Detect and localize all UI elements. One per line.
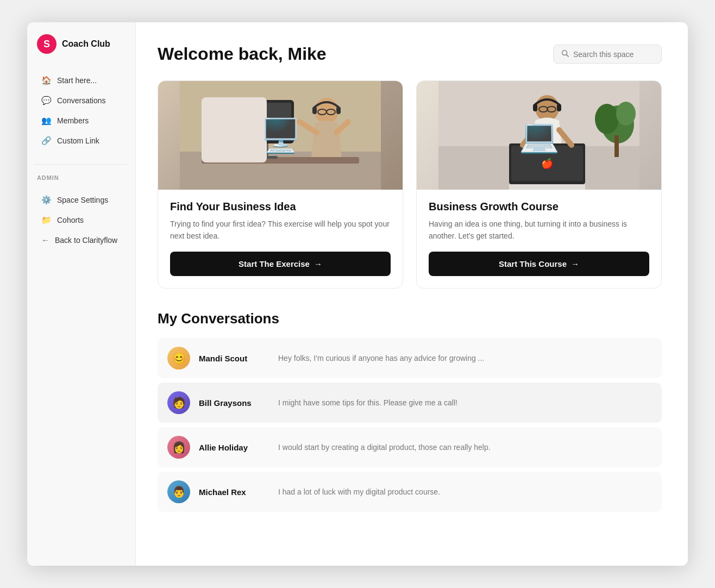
sidebar-divider (35, 164, 128, 165)
back-icon: ← (41, 235, 49, 245)
sidebar-item-label: Start here... (57, 76, 97, 85)
svg-rect-18 (212, 148, 225, 158)
svg-text:🍎: 🍎 (541, 158, 554, 170)
sidebar-item-back[interactable]: ← Back to Clarityflow (32, 230, 131, 249)
conv-preview-allie: I would start by creating a digital prod… (278, 443, 491, 452)
sidebar-item-label: Cohorts (57, 216, 84, 224)
conversations-title: My Conversations (158, 310, 662, 327)
admin-label: ADMIN (27, 174, 135, 181)
start-course-button[interactable]: Start This Course → (429, 252, 649, 276)
sidebar-item-space-settings[interactable]: ⚙️ Space Settings (32, 190, 131, 210)
members-icon: 👥 (41, 116, 52, 126)
conversations-section: My Conversations 😊 Mandi Scout Hey folks… (158, 310, 662, 516)
card-desc-1: Trying to find your first idea? This exe… (170, 218, 391, 242)
conv-name-michael: Michael Rex (199, 487, 269, 497)
conv-item-michael[interactable]: 👨 Michael Rex I had a lot of luck with m… (158, 472, 662, 512)
card-image-2: 🍎 (417, 81, 661, 190)
avatar-michael: 👨 (167, 480, 190, 503)
svg-line-34 (523, 130, 535, 145)
cohorts-icon: 📁 (41, 215, 52, 225)
svg-rect-4 (202, 157, 359, 164)
svg-rect-26 (533, 104, 537, 111)
card-body-2: Business Growth Course Having an idea is… (417, 190, 661, 288)
avatar-bill: 🧑 (167, 391, 190, 414)
conv-item-mandi[interactable]: 😊 Mandi Scout Hey folks, I'm curious if … (158, 338, 662, 378)
svg-rect-24 (614, 135, 619, 157)
main-content: Welcome back, Mike (136, 22, 688, 566)
link-icon: 🔗 (41, 136, 52, 146)
svg-point-23 (616, 102, 636, 126)
avatar-mandi: 😊 (167, 347, 190, 370)
sidebar-item-start-here[interactable]: 🏠 Start here... (32, 71, 131, 90)
sidebar-admin-nav: ⚙️ Space Settings 📁 Cohorts ← Back to Cl… (27, 184, 135, 255)
sidebar-item-label: Conversations (57, 96, 106, 105)
card-image-1: 🍎 (158, 81, 403, 190)
conv-name-allie: Allie Holiday (199, 443, 269, 452)
sidebar-item-conversations[interactable]: 💬 Conversations (32, 91, 131, 110)
conv-preview-michael: I had a lot of luck with my digital prod… (278, 487, 440, 496)
sidebar-item-custom-link[interactable]: 🔗 Custom Link (32, 131, 131, 151)
card-body-1: Find Your Business Idea Trying to find y… (158, 190, 403, 288)
svg-rect-5 (264, 124, 268, 158)
conversations-icon: 💬 (41, 96, 52, 105)
sidebar-nav: 🏠 Start here... 💬 Conversations 👥 Member… (27, 65, 135, 157)
card-find-business-idea: 🍎 (158, 80, 403, 289)
conv-name-mandi: Mandi Scout (199, 354, 269, 363)
sidebar-logo[interactable]: S Coach Club (27, 22, 135, 65)
app-name: Coach Club (62, 39, 110, 49)
sidebar: S Coach Club 🏠 Start here... 💬 Conversat… (27, 22, 136, 566)
sidebar-item-label: Custom Link (57, 136, 99, 145)
search-icon (561, 49, 569, 59)
main-header: Welcome back, Mike (158, 44, 662, 64)
welcome-title: Welcome back, Mike (158, 44, 327, 64)
sidebar-item-label: Members (57, 116, 89, 125)
sidebar-item-label: Back to Clarityflow (55, 236, 117, 245)
conv-item-allie[interactable]: 👩 Allie Holiday I would start by creatin… (158, 427, 662, 467)
svg-rect-11 (312, 107, 317, 114)
svg-rect-12 (336, 107, 341, 114)
svg-rect-8 (237, 103, 291, 140)
card-title-1: Find Your Business Idea (170, 201, 391, 213)
svg-line-1 (567, 55, 569, 57)
svg-text:🍎: 🍎 (258, 116, 268, 127)
search-bar[interactable] (553, 45, 662, 64)
sidebar-item-cohorts[interactable]: 📁 Cohorts (32, 210, 131, 230)
conv-preview-mandi: Hey folks, I'm curious if anyone has any… (278, 354, 484, 362)
svg-rect-6 (255, 156, 278, 159)
svg-point-22 (595, 104, 619, 134)
conv-name-bill: Bill Graysons (199, 398, 269, 408)
avatar-allie: 👩 (167, 436, 190, 459)
svg-rect-27 (557, 104, 561, 111)
search-input[interactable] (573, 50, 649, 59)
sidebar-item-members[interactable]: 👥 Members (32, 111, 131, 130)
cards-row: 🍎 (158, 80, 662, 289)
start-exercise-button[interactable]: Start The Exercise → (170, 252, 391, 276)
conv-item-bill[interactable]: 🧑 Bill Graysons I might have some tips f… (158, 383, 662, 423)
logo-icon: S (37, 34, 57, 54)
card-title-2: Business Growth Course (429, 201, 649, 213)
card-business-growth: 🍎 Business Growth Course Having an idea … (416, 80, 662, 289)
card-desc-2: Having an idea is one thing, but turning… (429, 218, 649, 242)
gear-icon: ⚙️ (41, 195, 52, 205)
home-icon: 🏠 (41, 76, 52, 85)
sidebar-item-label: Space Settings (57, 196, 108, 204)
conversations-list: 😊 Mandi Scout Hey folks, I'm curious if … (158, 338, 662, 516)
conv-preview-bill: I might have some tips for this. Please … (278, 398, 457, 407)
